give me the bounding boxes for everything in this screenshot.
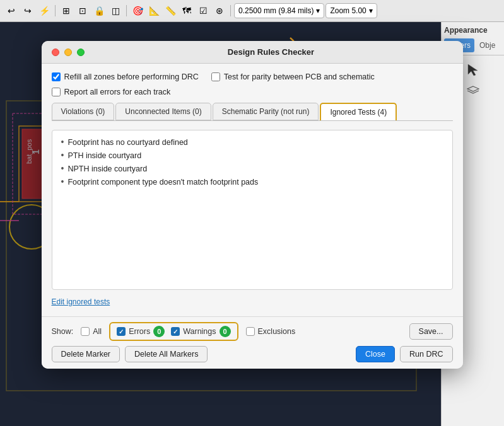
errors-checkbox[interactable] [117, 327, 126, 336]
toolbar-icon-13[interactable]: ⊛ [212, 3, 227, 18]
close-window-button[interactable] [52, 49, 59, 56]
bottom-bar: Show: All Errors 0 Warnings 0 [42, 316, 463, 369]
show-label: Show: [52, 327, 74, 336]
all-option: All [81, 327, 102, 336]
item-text-3: NPTH inside courtyard [67, 164, 147, 173]
bullet-3: • [61, 164, 64, 173]
bullet-1: • [61, 137, 64, 146]
toolbar-icon-1[interactable]: ↩ [4, 3, 19, 18]
toolbar-sep-2 [126, 5, 127, 16]
item-text-4: Footprint component type doesn't match f… [67, 178, 258, 187]
errors-label: Errors [129, 327, 150, 336]
warnings-checkbox[interactable] [171, 327, 180, 336]
list-item-3: • NPTH inside courtyard [61, 163, 443, 174]
run-drc-button[interactable]: Run DRC [400, 346, 453, 362]
warnings-badge: 0 [220, 326, 231, 337]
toolbar-icon-8[interactable]: 🎯 [130, 3, 145, 18]
dialog-title: Design Rules Checker [90, 47, 453, 57]
refill-zones-checkbox[interactable] [52, 72, 61, 81]
all-checkbox[interactable] [81, 327, 90, 336]
report-errors-option[interactable]: Report all errors for each track [52, 88, 171, 96]
dialog: Design Rules Checker Refill all zones be… [42, 41, 463, 369]
test-parity-checkbox[interactable] [211, 72, 220, 81]
toolbar-icon-11[interactable]: 🗺 [179, 3, 194, 18]
errors-badge: 0 [153, 326, 165, 337]
all-label: All [93, 327, 102, 336]
dialog-overlay: Design Rules Checker Refill all zones be… [0, 22, 504, 426]
tab-schematic[interactable]: Schematic Parity (not run) [213, 103, 319, 120]
toolbar-icon-6[interactable]: 🔒 [91, 3, 107, 18]
bullet-2: • [61, 151, 64, 159]
show-row: Show: All Errors 0 Warnings 0 [52, 322, 453, 341]
exclusions-label: Exclusions [258, 327, 296, 336]
grid-arrow: ▾ [316, 6, 320, 15]
list-item-1: • Footprint has no courtyard defined [61, 137, 443, 147]
toolbar-sep-1 [55, 5, 56, 16]
item-text-2: PTH inside courtyard [67, 151, 141, 160]
exclusions-option: Exclusions [246, 327, 296, 336]
options-row-2: Report all errors for each track [52, 88, 453, 96]
bullet-4: • [61, 177, 64, 186]
options-row: Refill all zones before performing DRC T… [52, 72, 453, 81]
toolbar-sep-3 [230, 5, 231, 16]
grid-dropdown[interactable]: 0.2500 mm (9.84 mils) ▾ [234, 3, 324, 18]
toolbar-icon-5[interactable]: ⊡ [75, 3, 90, 18]
toolbar-icon-7[interactable]: ◫ [108, 3, 123, 18]
errors-option: Errors 0 [117, 326, 165, 337]
edit-ignored-tests-link[interactable]: Edit ignored tests [52, 294, 453, 308]
tabs-row: Violations (0) Unconnected Items (0) Sch… [52, 103, 453, 121]
exclusions-checkbox[interactable] [246, 327, 255, 336]
dialog-titlebar: Design Rules Checker [42, 41, 463, 64]
list-item-4: • Footprint component type doesn't match… [61, 176, 443, 187]
maximize-window-button[interactable] [77, 49, 85, 56]
report-errors-label: Report all errors for each track [64, 88, 171, 96]
test-parity-label: Test for parity between PCB and schemati… [224, 72, 375, 81]
test-parity-option[interactable]: Test for parity between PCB and schemati… [211, 72, 375, 81]
item-text-1: Footprint has no courtyard defined [67, 138, 187, 147]
close-button[interactable]: Close [356, 346, 395, 362]
content-area: • Footprint has no courtyard defined • P… [52, 130, 453, 290]
toolbar-icon-10[interactable]: 📏 [163, 3, 178, 18]
toolbar-icon-9[interactable]: 📐 [146, 3, 161, 18]
delete-all-markers-button[interactable]: Delete All Markers [125, 346, 208, 362]
minimize-window-button[interactable] [64, 49, 72, 56]
report-errors-checkbox[interactable] [52, 88, 61, 96]
warnings-label: Warnings [183, 327, 216, 336]
zoom-dropdown[interactable]: Zoom 5.00 ▾ [325, 3, 377, 18]
save-button[interactable]: Save... [409, 323, 453, 340]
toolbar-icon-2[interactable]: ↪ [20, 3, 35, 18]
zoom-arrow: ▾ [369, 6, 373, 15]
errors-warnings-group: Errors 0 Warnings 0 [109, 322, 238, 341]
list-item-2: • PTH inside courtyard [61, 150, 443, 161]
refill-zones-label: Refill all zones before performing DRC [64, 72, 199, 81]
tab-violations[interactable]: Violations (0) [52, 103, 115, 120]
grid-value: 0.2500 mm (9.84 mils) [238, 6, 314, 15]
buttons-row: Delete Marker Delete All Markers Close R… [52, 346, 453, 362]
toolbar-icon-12[interactable]: ☑ [196, 3, 211, 18]
toolbar-icon-4[interactable]: ⊞ [59, 3, 74, 18]
tab-unconnected[interactable]: Unconnected Items (0) [115, 103, 211, 120]
delete-marker-button[interactable]: Delete Marker [52, 346, 120, 362]
toolbar-icon-3[interactable]: ⚡ [37, 3, 52, 18]
toolbar: ↩ ↪ ⚡ ⊞ ⊡ 🔒 ◫ 🎯 📐 📏 🗺 ☑ ⊛ 0.2500 mm (9.8… [0, 0, 504, 22]
tab-ignored-tests[interactable]: Ignored Tests (4) [320, 103, 397, 120]
refill-zones-option[interactable]: Refill all zones before performing DRC [52, 72, 199, 81]
dialog-body: Refill all zones before performing DRC T… [42, 64, 463, 316]
warnings-option: Warnings 0 [171, 326, 230, 337]
zoom-value: Zoom 5.00 [330, 6, 366, 15]
